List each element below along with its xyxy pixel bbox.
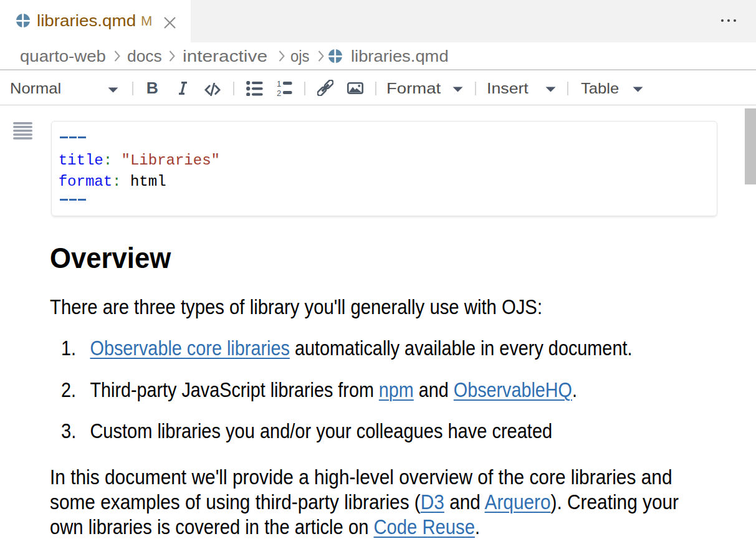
svg-text:2: 2 [277, 88, 281, 97]
svg-text:1: 1 [277, 80, 281, 88]
